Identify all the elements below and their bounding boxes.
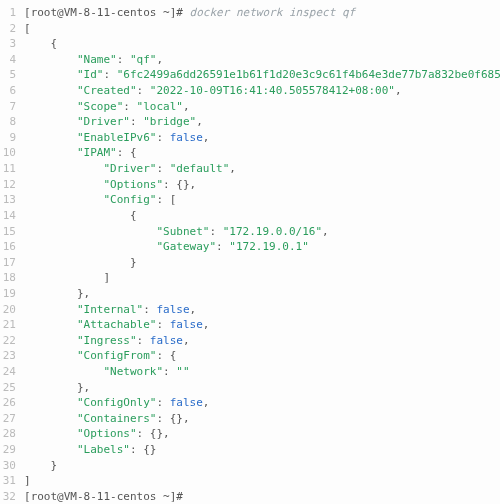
code-line: 11 "Driver": "default", xyxy=(0,161,500,177)
json-key: Created xyxy=(84,84,130,97)
json-key: ConfigOnly xyxy=(84,396,150,409)
json-key: Ingress xyxy=(84,334,130,347)
code-line: 27 "Containers": {}, xyxy=(0,411,500,427)
json-key: Name xyxy=(84,53,111,66)
json-bool: false xyxy=(150,334,183,347)
code-line: 19 }, xyxy=(0,286,500,302)
code-line: 32[root@VM-8-11-centos ~]# xyxy=(0,489,500,504)
json-value: local xyxy=(143,100,176,113)
json-key: Internal xyxy=(84,303,137,316)
line-number: 19 xyxy=(0,286,24,302)
json-key: Subnet xyxy=(163,225,203,238)
line-number: 17 xyxy=(0,255,24,271)
line-number: 4 xyxy=(0,52,24,68)
code-line: 20 "Internal": false, xyxy=(0,302,500,318)
code-line: 1[root@VM-8-11-centos ~]# docker network… xyxy=(0,5,500,21)
code-line: 23 "ConfigFrom": { xyxy=(0,348,500,364)
line-number: 23 xyxy=(0,348,24,364)
code-line: 16 "Gateway": "172.19.0.1" xyxy=(0,239,500,255)
json-key: Config xyxy=(110,193,150,206)
code-line: 8 "Driver": "bridge", xyxy=(0,114,500,130)
json-value: qf xyxy=(137,53,150,66)
line-number: 24 xyxy=(0,364,24,380)
code-line: 12 "Options": {}, xyxy=(0,177,500,193)
line-number: 21 xyxy=(0,317,24,333)
line-number: 16 xyxy=(0,239,24,255)
line-number: 30 xyxy=(0,458,24,474)
prompt-user-host: root@VM-8-11-centos xyxy=(31,6,157,19)
json-bool: false xyxy=(170,318,203,331)
code-line: 14 { xyxy=(0,208,500,224)
line-number: 18 xyxy=(0,270,24,286)
code-line: 17 } xyxy=(0,255,500,271)
terminal-output: 1[root@VM-8-11-centos ~]# docker network… xyxy=(0,5,500,504)
line-number: 25 xyxy=(0,380,24,396)
code-line: 15 "Subnet": "172.19.0.0/16", xyxy=(0,224,500,240)
line-number: 9 xyxy=(0,130,24,146)
line-number: 5 xyxy=(0,67,24,83)
code-line: 3 { xyxy=(0,36,500,52)
line-number: 8 xyxy=(0,114,24,130)
line-number: 31 xyxy=(0,473,24,489)
json-value: 2022-10-09T16:41:40.505578412+08:00 xyxy=(156,84,388,97)
code-line: 10 "IPAM": { xyxy=(0,145,500,161)
line-number: 11 xyxy=(0,161,24,177)
line-number: 32 xyxy=(0,489,24,504)
line-number: 28 xyxy=(0,426,24,442)
json-bool: false xyxy=(156,303,189,316)
line-number: 2 xyxy=(0,21,24,37)
code-line: 7 "Scope": "local", xyxy=(0,99,500,115)
json-bool: false xyxy=(170,396,203,409)
json-value: bridge xyxy=(150,115,190,128)
line-number: 1 xyxy=(0,5,24,21)
code-line: 24 "Network": "" xyxy=(0,364,500,380)
json-key: IPAM xyxy=(84,146,111,159)
code-line: 5 "Id": "6fc2499a6dd26591e1b61f1d20e3c9c… xyxy=(0,67,500,83)
code-line: 26 "ConfigOnly": false, xyxy=(0,395,500,411)
line-number: 15 xyxy=(0,224,24,240)
line-number: 10 xyxy=(0,145,24,161)
json-key: EnableIPv6 xyxy=(84,131,150,144)
line-number: 12 xyxy=(0,177,24,193)
json-value: default xyxy=(176,162,222,175)
prompt-cwd: ~ xyxy=(163,6,170,19)
prompt-user-host: root@VM-8-11-centos xyxy=(31,490,157,503)
line-number: 6 xyxy=(0,83,24,99)
prompt-cwd: ~ xyxy=(163,490,170,503)
json-key: ConfigFrom xyxy=(84,349,150,362)
line-number: 7 xyxy=(0,99,24,115)
code-line: 30 } xyxy=(0,458,500,474)
code-line: 13 "Config": [ xyxy=(0,192,500,208)
json-value: 172.19.0.0/16 xyxy=(229,225,315,238)
code-line: 2[ xyxy=(0,21,500,37)
code-line: 25 }, xyxy=(0,380,500,396)
command-text: docker network inspect qf xyxy=(190,6,356,19)
line-number: 20 xyxy=(0,302,24,318)
json-key: Scope xyxy=(84,100,117,113)
code-line: 22 "Ingress": false, xyxy=(0,333,500,349)
line-number: 13 xyxy=(0,192,24,208)
code-line: 21 "Attachable": false, xyxy=(0,317,500,333)
json-key: Options xyxy=(110,178,156,191)
code-line: 28 "Options": {}, xyxy=(0,426,500,442)
line-number: 14 xyxy=(0,208,24,224)
json-value: 172.19.0.1 xyxy=(236,240,302,253)
json-bool: false xyxy=(170,131,203,144)
line-number: 29 xyxy=(0,442,24,458)
json-key: Driver xyxy=(84,115,124,128)
json-key: Gateway xyxy=(163,240,209,253)
line-number: 3 xyxy=(0,36,24,52)
line-number: 22 xyxy=(0,333,24,349)
json-key: Labels xyxy=(84,443,124,456)
code-line: 4 "Name": "qf", xyxy=(0,52,500,68)
json-key: Network xyxy=(110,365,156,378)
json-key: Id xyxy=(84,68,97,81)
json-key: Attachable xyxy=(84,318,150,331)
code-line: 6 "Created": "2022-10-09T16:41:40.505578… xyxy=(0,83,500,99)
code-line: 18 ] xyxy=(0,270,500,286)
line-number: 27 xyxy=(0,411,24,427)
code-line: 9 "EnableIPv6": false, xyxy=(0,130,500,146)
json-key: Driver xyxy=(110,162,150,175)
code-line: 31] xyxy=(0,473,500,489)
json-key: Containers xyxy=(84,412,150,425)
